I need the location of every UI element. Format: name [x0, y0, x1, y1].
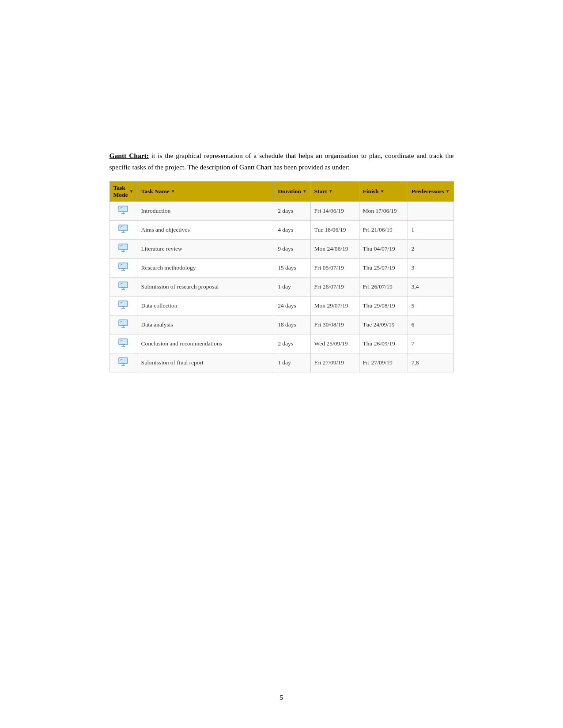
- start-cell: Tue 18/06/19: [310, 220, 359, 239]
- finish-cell: Mon 17/06/19: [359, 201, 408, 220]
- task-mode-arrow-icon: ▼: [129, 189, 134, 194]
- header-start: Start ▼: [310, 181, 359, 201]
- finish-cell: Fri 27/09/19: [359, 353, 408, 372]
- duration-arrow-icon: ▼: [302, 189, 307, 194]
- header-duration: Duration ▼: [274, 181, 310, 201]
- task-mode-icon: [118, 205, 128, 215]
- svg-rect-1: [119, 206, 127, 211]
- duration-cell: 4 days: [274, 220, 310, 239]
- start-cell: Mon 24/06/19: [310, 239, 359, 258]
- header-task-mode: TaskMode ▼: [110, 181, 137, 201]
- table-header-row: TaskMode ▼ Task Name ▼ Duration ▼: [110, 181, 453, 201]
- task-mode-icon: [118, 356, 128, 367]
- finish-cell: Fri 26/07/19: [359, 277, 408, 296]
- predecessor-cell: 1: [408, 220, 453, 239]
- svg-rect-11: [119, 244, 127, 249]
- predecessor-cell: 3: [408, 258, 453, 277]
- finish-cell: Tue 24/09/19: [359, 315, 408, 334]
- intro-text: it is the graphical representation of a …: [110, 152, 454, 171]
- finish-cell: Thu 26/09/19: [359, 334, 408, 353]
- svg-rect-21: [119, 282, 127, 287]
- page-number: 5: [110, 676, 454, 702]
- duration-cell: 2 days: [274, 334, 310, 353]
- table-row: Literature review9 daysMon 24/06/19Thu 0…: [110, 239, 453, 258]
- task-mode-cell: [110, 315, 137, 334]
- task-mode-cell: [110, 258, 137, 277]
- task-mode-icon: [118, 300, 128, 310]
- duration-cell: 24 days: [274, 296, 310, 315]
- task-mode-cell: [110, 334, 137, 353]
- svg-rect-6: [119, 225, 127, 230]
- task-mode-icon: [118, 319, 128, 329]
- task-name-cell: Conclusion and recommendations: [137, 334, 274, 353]
- svg-rect-36: [119, 339, 127, 344]
- task-mode-cell: [110, 220, 137, 239]
- duration-cell: 9 days: [274, 239, 310, 258]
- predecessors-arrow-icon: ▼: [446, 189, 450, 194]
- start-cell: Fri 14/06/19: [310, 201, 359, 220]
- table-row: Submission of final report1 dayFri 27/09…: [110, 353, 453, 372]
- table-row: Data analysis18 daysFri 30/08/19Tue 24/0…: [110, 315, 453, 334]
- task-mode-cell: [110, 277, 137, 296]
- svg-rect-41: [119, 358, 127, 363]
- task-mode-icon: [118, 224, 128, 234]
- predecessor-cell: 3,4: [408, 277, 453, 296]
- table-row: Aims and objectives4 daysTue 18/06/19Fri…: [110, 220, 453, 239]
- task-mode-cell: [110, 201, 137, 220]
- task-name-cell: Literature review: [137, 239, 274, 258]
- table-row: Submission of research proposal1 dayFri …: [110, 277, 453, 296]
- predecessor-cell: 2: [408, 239, 453, 258]
- finish-cell: Thu 25/07/19: [359, 258, 408, 277]
- task-mode-icon: [118, 262, 128, 272]
- svg-rect-26: [119, 301, 127, 306]
- predecessor-cell: 7: [408, 334, 453, 353]
- task-mode-icon: [118, 338, 128, 348]
- header-predecessors: Predecessors ▼: [408, 181, 453, 201]
- start-cell: Fri 05/07/19: [310, 258, 359, 277]
- table-row: Introduction2 daysFri 14/06/19Mon 17/06/…: [110, 201, 453, 220]
- top-spacer: [110, 35, 454, 150]
- intro-paragraph: Gantt Chart: it is the graphical represe…: [110, 150, 454, 173]
- gantt-table: TaskMode ▼ Task Name ▼ Duration ▼: [110, 181, 454, 372]
- finish-cell: Thu 29/08/19: [359, 296, 408, 315]
- task-name-cell: Aims and objectives: [137, 220, 274, 239]
- start-cell: Fri 26/07/19: [310, 277, 359, 296]
- task-name-cell: Research methodology: [137, 258, 274, 277]
- duration-cell: 2 days: [274, 201, 310, 220]
- task-name-arrow-icon: ▼: [171, 189, 175, 194]
- start-cell: Fri 27/09/19: [310, 353, 359, 372]
- duration-cell: 1 day: [274, 353, 310, 372]
- duration-cell: 18 days: [274, 315, 310, 334]
- predecessor-cell: [408, 201, 453, 220]
- predecessor-cell: 7,8: [408, 353, 453, 372]
- task-name-cell: Submission of research proposal: [137, 277, 274, 296]
- table-row: Research methodology15 daysFri 05/07/19T…: [110, 258, 453, 277]
- table-row: Data collection24 daysMon 29/07/19Thu 29…: [110, 296, 453, 315]
- intro-label: Gantt Chart:: [110, 152, 149, 159]
- header-task-name: Task Name ▼: [137, 181, 274, 201]
- predecessor-cell: 5: [408, 296, 453, 315]
- task-name-cell: Submission of final report: [137, 353, 274, 372]
- predecessor-cell: 6: [408, 315, 453, 334]
- svg-rect-16: [119, 263, 127, 268]
- task-name-cell: Data collection: [137, 296, 274, 315]
- table-row: Conclusion and recommendations2 daysWed …: [110, 334, 453, 353]
- task-name-cell: Data analysis: [137, 315, 274, 334]
- task-mode-cell: [110, 239, 137, 258]
- start-cell: Fri 30/08/19: [310, 315, 359, 334]
- header-finish: Finish ▼: [359, 181, 408, 201]
- start-cell: Mon 29/07/19: [310, 296, 359, 315]
- task-mode-icon: [118, 281, 128, 291]
- start-arrow-icon: ▼: [329, 189, 333, 194]
- finish-arrow-icon: ▼: [380, 189, 385, 194]
- task-mode-cell: [110, 296, 137, 315]
- duration-cell: 15 days: [274, 258, 310, 277]
- duration-cell: 1 day: [274, 277, 310, 296]
- task-mode-cell: [110, 353, 137, 372]
- page: Gantt Chart: it is the graphical represe…: [83, 0, 480, 728]
- svg-rect-31: [119, 320, 127, 325]
- task-name-cell: Introduction: [137, 201, 274, 220]
- finish-cell: Thu 04/07/19: [359, 239, 408, 258]
- finish-cell: Fri 21/06/19: [359, 220, 408, 239]
- task-mode-icon: [118, 243, 128, 253]
